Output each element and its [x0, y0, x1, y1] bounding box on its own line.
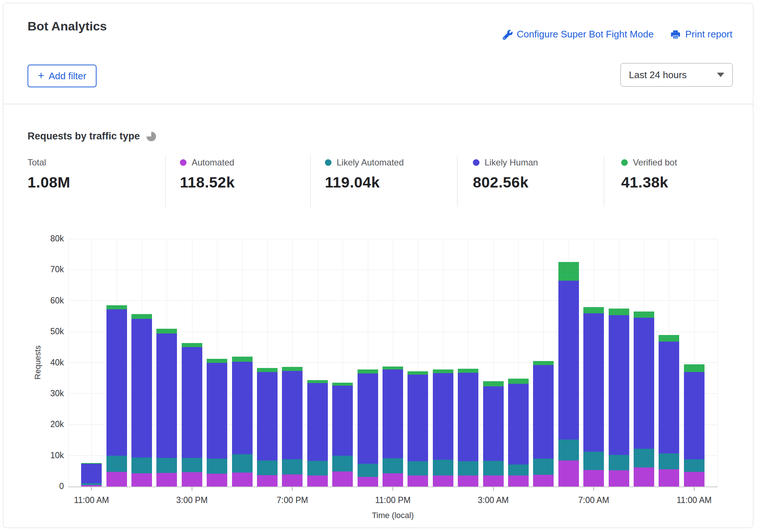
bar-segment-automated[interactable] [106, 472, 127, 487]
bar-segment-likely-automated[interactable] [609, 455, 629, 470]
bar-segment-automated[interactable] [433, 475, 453, 487]
bar-segment-likely-automated[interactable] [182, 458, 202, 472]
bar-segment-likely-automated[interactable] [684, 459, 705, 472]
bar-segment-likely-automated[interactable] [408, 461, 428, 475]
bar-segment-likely-automated[interactable] [558, 440, 579, 460]
bar-segment-automated[interactable] [182, 472, 202, 487]
bar-segment-verified-bot[interactable] [257, 368, 278, 372]
bar-segment-automated[interactable] [609, 470, 629, 487]
bar-segment-verified-bot[interactable] [583, 307, 604, 313]
bar-segment-likely-human[interactable] [358, 374, 378, 464]
bar-segment-likely-automated[interactable] [257, 460, 278, 475]
bar-segment-automated[interactable] [533, 475, 554, 487]
bar-segment-verified-bot[interactable] [684, 364, 705, 372]
bar-segment-verified-bot[interactable] [609, 309, 629, 316]
bar-segment-automated[interactable] [558, 460, 579, 487]
bar-segment-likely-human[interactable] [131, 319, 152, 458]
bar-segment-likely-automated[interactable] [508, 464, 529, 475]
bar-segment-likely-automated[interactable] [583, 452, 604, 470]
bar-segment-likely-human[interactable] [583, 313, 604, 452]
bar-segment-automated[interactable] [257, 475, 278, 487]
bar-segment-likely-automated[interactable] [207, 459, 227, 474]
bar-segment-likely-human[interactable] [408, 375, 428, 461]
bar-segment-likely-automated[interactable] [659, 453, 679, 469]
bar-segment-likely-human[interactable] [458, 373, 478, 461]
bar-segment-automated[interactable] [659, 469, 679, 487]
bar-segment-automated[interactable] [508, 475, 529, 487]
bar-segment-verified-bot[interactable] [282, 367, 303, 371]
bar-segment-likely-automated[interactable] [383, 458, 403, 473]
bar-segment-likely-automated[interactable] [458, 461, 478, 475]
bar-segment-likely-human[interactable] [182, 347, 202, 458]
bar-segment-likely-human[interactable] [558, 281, 579, 440]
bar-segment-automated[interactable] [358, 477, 378, 487]
bar-segment-likely-human[interactable] [433, 373, 453, 460]
bar-segment-verified-bot[interactable] [458, 369, 478, 373]
configure-super-bot-fight-mode-link[interactable]: Configure Super Bot Fight Mode [502, 29, 654, 40]
bar-segment-automated[interactable] [282, 474, 303, 487]
bar-segment-likely-human[interactable] [508, 384, 529, 464]
bar-segment-verified-bot[interactable] [659, 335, 679, 342]
bar-segment-automated[interactable] [408, 475, 428, 487]
bar-segment-automated[interactable] [383, 473, 403, 487]
print-report-link[interactable]: Print report [670, 29, 732, 40]
bar-segment-likely-human[interactable] [609, 315, 629, 455]
bar-segment-automated[interactable] [684, 472, 705, 487]
bar-segment-automated[interactable] [332, 471, 353, 487]
bar-segment-verified-bot[interactable] [383, 367, 403, 369]
bar-segment-verified-bot[interactable] [207, 359, 227, 363]
bar-segment-verified-bot[interactable] [358, 369, 378, 374]
bar-segment-likely-human[interactable] [383, 369, 403, 458]
bar-segment-automated[interactable] [634, 467, 654, 487]
bar-segment-likely-automated[interactable] [131, 458, 152, 473]
bar-segment-likely-automated[interactable] [433, 460, 453, 475]
bar-segment-verified-bot[interactable] [508, 379, 529, 384]
bar-segment-likely-automated[interactable] [332, 456, 353, 471]
bar-segment-likely-human[interactable] [106, 309, 127, 456]
bar-segment-verified-bot[interactable] [106, 305, 127, 309]
bar-segment-likely-automated[interactable] [106, 456, 127, 472]
bar-segment-likely-automated[interactable] [634, 449, 654, 467]
bar-segment-automated[interactable] [232, 473, 253, 487]
bar-segment-likely-human[interactable] [282, 371, 303, 459]
bar-segment-likely-human[interactable] [81, 464, 102, 483]
bar-segment-likely-human[interactable] [156, 334, 177, 458]
bar-segment-verified-bot[interactable] [182, 343, 202, 347]
bar-segment-likely-automated[interactable] [81, 483, 102, 485]
bar-segment-verified-bot[interactable] [433, 369, 453, 373]
bar-segment-automated[interactable] [307, 475, 328, 487]
bar-segment-verified-bot[interactable] [156, 329, 177, 334]
bar-segment-likely-human[interactable] [257, 372, 278, 460]
bar-segment-verified-bot[interactable] [81, 463, 102, 464]
bar-segment-verified-bot[interactable] [408, 371, 428, 374]
bar-segment-likely-automated[interactable] [483, 461, 504, 476]
bar-segment-likely-automated[interactable] [156, 458, 177, 473]
bar-segment-likely-human[interactable] [634, 318, 654, 449]
bar-segment-verified-bot[interactable] [634, 311, 654, 318]
bar-segment-likely-human[interactable] [483, 386, 504, 461]
time-range-select[interactable]: Last 24 hours [620, 63, 733, 87]
bar-segment-verified-bot[interactable] [232, 357, 253, 362]
add-filter-button[interactable]: + Add filter [28, 65, 97, 87]
bar-segment-likely-automated[interactable] [282, 459, 303, 474]
bar-segment-likely-human[interactable] [207, 363, 227, 459]
bar-segment-automated[interactable] [583, 470, 604, 487]
bar-segment-verified-bot[interactable] [332, 383, 353, 386]
bar-segment-likely-automated[interactable] [533, 459, 554, 475]
bar-segment-automated[interactable] [131, 473, 152, 487]
bar-segment-likely-automated[interactable] [307, 461, 328, 475]
bar-segment-likely-automated[interactable] [232, 454, 253, 473]
bar-segment-verified-bot[interactable] [483, 381, 504, 386]
bar-segment-verified-bot[interactable] [558, 262, 579, 281]
bar-segment-automated[interactable] [207, 474, 227, 487]
bar-segment-likely-human[interactable] [533, 365, 554, 459]
bar-segment-verified-bot[interactable] [307, 380, 328, 383]
bar-segment-likely-human[interactable] [232, 362, 253, 454]
bar-segment-likely-human[interactable] [659, 342, 679, 453]
bar-segment-likely-automated[interactable] [358, 464, 378, 477]
bar-segment-likely-human[interactable] [307, 383, 328, 461]
bar-segment-verified-bot[interactable] [533, 361, 554, 365]
bar-segment-automated[interactable] [483, 475, 504, 487]
bar-segment-verified-bot[interactable] [131, 314, 152, 319]
bar-segment-automated[interactable] [458, 475, 478, 487]
